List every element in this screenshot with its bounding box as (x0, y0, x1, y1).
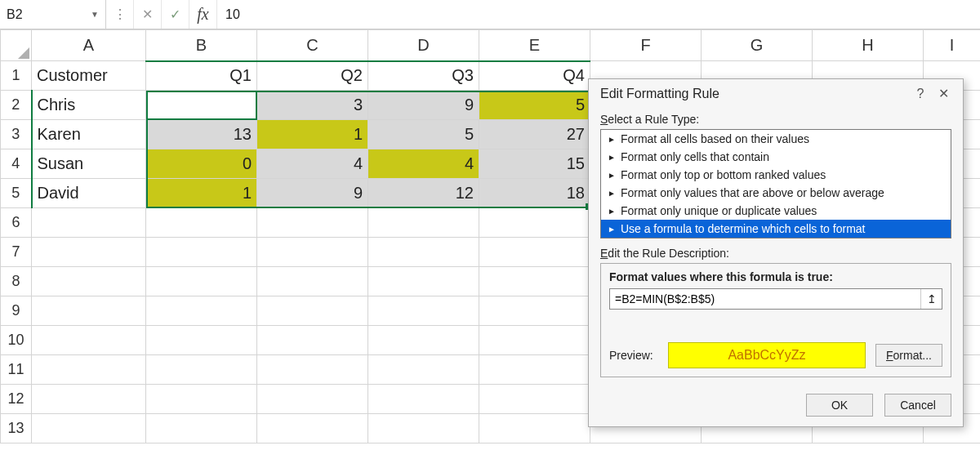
column-header-E[interactable]: E (479, 30, 590, 61)
formula-input-dialog[interactable] (610, 289, 920, 309)
cell-E1[interactable]: Q4 (479, 61, 590, 91)
cell-D1[interactable]: Q3 (368, 61, 479, 91)
cell-A9[interactable] (32, 296, 146, 326)
cell-D6[interactable] (368, 208, 479, 238)
cell-B4[interactable]: 0 (146, 149, 257, 179)
cell-A2[interactable]: Chris (32, 91, 146, 120)
cell-C3[interactable]: 1 (257, 120, 368, 149)
cell-C2[interactable]: 3 (257, 91, 368, 120)
row-header-8[interactable]: 8 (1, 267, 32, 296)
rule-type-option[interactable]: ►Format only top or bottom ranked values (601, 166, 951, 184)
column-header-B[interactable]: B (146, 30, 257, 61)
dialog-titlebar[interactable]: Edit Formatting Rule ? ✕ (589, 79, 963, 109)
cell-D10[interactable] (368, 326, 479, 355)
cell-A1[interactable]: Customer (32, 61, 146, 91)
cell-B2[interactable]: 10 (146, 91, 257, 120)
name-box[interactable]: B2 ▼ (0, 0, 106, 29)
column-header-A[interactable]: A (32, 30, 146, 61)
format-button[interactable]: Format... (875, 344, 942, 367)
row-header-7[interactable]: 7 (1, 238, 32, 267)
formula-input[interactable]: 10 (217, 0, 980, 29)
cell-E13[interactable] (479, 414, 590, 443)
cell-C7[interactable] (257, 238, 368, 267)
row-header-13[interactable]: 13 (1, 414, 32, 443)
help-icon[interactable]: ? (909, 87, 932, 101)
cell-B11[interactable] (146, 355, 257, 385)
cell-B12[interactable] (146, 385, 257, 414)
select-all-corner[interactable] (1, 30, 32, 61)
cell-A6[interactable] (32, 208, 146, 238)
row-header-11[interactable]: 11 (1, 355, 32, 385)
row-header-12[interactable]: 12 (1, 385, 32, 414)
cell-D9[interactable] (368, 296, 479, 326)
cell-D13[interactable] (368, 414, 479, 443)
cell-C6[interactable] (257, 208, 368, 238)
cell-C11[interactable] (257, 355, 368, 385)
column-header-D[interactable]: D (368, 30, 479, 61)
rule-type-option[interactable]: ►Format only cells that contain (601, 148, 951, 166)
cell-D7[interactable] (368, 238, 479, 267)
cell-C9[interactable] (257, 296, 368, 326)
rule-type-list[interactable]: ►Format all cells based on their values►… (600, 129, 951, 238)
cell-A13[interactable] (32, 414, 146, 443)
cell-E12[interactable] (479, 385, 590, 414)
cell-B6[interactable] (146, 208, 257, 238)
cell-C1[interactable]: Q2 (257, 61, 368, 91)
cell-E7[interactable] (479, 238, 590, 267)
cell-A10[interactable] (32, 326, 146, 355)
row-header-1[interactable]: 1 (1, 61, 32, 91)
cell-D3[interactable]: 5 (368, 120, 479, 149)
cell-E9[interactable] (479, 296, 590, 326)
formula-field[interactable]: ↥ (609, 288, 942, 310)
cell-A7[interactable] (32, 238, 146, 267)
rule-type-option[interactable]: ►Format all cells based on their values (601, 130, 951, 148)
rule-type-option[interactable]: ►Use a formula to determine which cells … (601, 220, 951, 238)
close-icon[interactable]: ✕ (932, 86, 955, 101)
cell-D5[interactable]: 12 (368, 179, 479, 208)
column-header-I[interactable]: I (924, 30, 981, 61)
row-header-10[interactable]: 10 (1, 326, 32, 355)
cell-C10[interactable] (257, 326, 368, 355)
cell-A8[interactable] (32, 267, 146, 296)
rule-type-option[interactable]: ►Format only values that are above or be… (601, 184, 951, 202)
cell-E3[interactable]: 27 (479, 120, 590, 149)
row-header-4[interactable]: 4 (1, 149, 32, 179)
column-header-H[interactable]: H (813, 30, 924, 61)
cell-D12[interactable] (368, 385, 479, 414)
cell-A4[interactable]: Susan (32, 149, 146, 179)
fx-icon[interactable]: fx (189, 0, 217, 29)
chevron-down-icon[interactable]: ▼ (91, 10, 99, 19)
cell-B9[interactable] (146, 296, 257, 326)
column-header-F[interactable]: F (590, 30, 702, 61)
cell-C12[interactable] (257, 385, 368, 414)
cell-D4[interactable]: 4 (368, 149, 479, 179)
cell-B7[interactable] (146, 238, 257, 267)
cell-E4[interactable]: 15 (479, 149, 590, 179)
cell-B13[interactable] (146, 414, 257, 443)
row-header-2[interactable]: 2 (1, 91, 32, 120)
cell-B3[interactable]: 13 (146, 120, 257, 149)
cell-E11[interactable] (479, 355, 590, 385)
cell-A5[interactable]: David (32, 179, 146, 208)
cell-D11[interactable] (368, 355, 479, 385)
cell-A3[interactable]: Karen (32, 120, 146, 149)
cell-B1[interactable]: Q1 (146, 61, 257, 91)
collapse-dialog-icon[interactable]: ↥ (920, 289, 942, 309)
cell-C4[interactable]: 4 (257, 149, 368, 179)
cell-E8[interactable] (479, 267, 590, 296)
cancel-edit-icon[interactable]: ✕ (134, 0, 162, 29)
cell-D8[interactable] (368, 267, 479, 296)
cell-C5[interactable]: 9 (257, 179, 368, 208)
cell-B10[interactable] (146, 326, 257, 355)
cell-E5[interactable]: 18 (479, 179, 590, 208)
row-header-5[interactable]: 5 (1, 179, 32, 208)
cell-E6[interactable] (479, 208, 590, 238)
cell-A11[interactable] (32, 355, 146, 385)
row-header-9[interactable]: 9 (1, 296, 32, 326)
column-header-C[interactable]: C (257, 30, 368, 61)
cell-C13[interactable] (257, 414, 368, 443)
cell-A12[interactable] (32, 385, 146, 414)
cell-D2[interactable]: 9 (368, 91, 479, 120)
cancel-button[interactable]: Cancel (884, 394, 951, 417)
row-header-3[interactable]: 3 (1, 120, 32, 149)
